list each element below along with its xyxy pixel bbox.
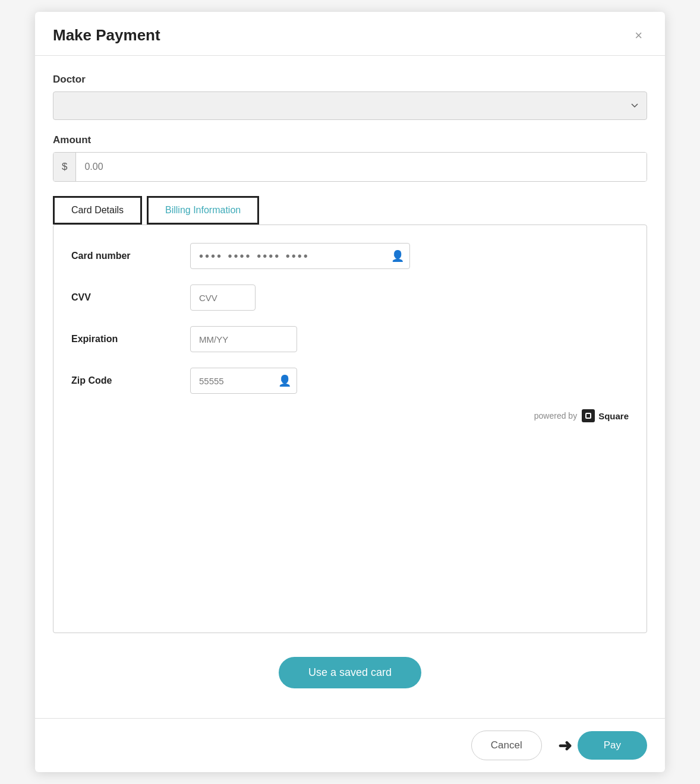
tab-card-details[interactable]: Card Details <box>53 196 142 225</box>
cvv-input[interactable] <box>190 284 256 311</box>
powered-by-text: powered by <box>534 411 577 421</box>
doctor-field-group: Doctor <box>53 74 647 120</box>
square-box-icon <box>582 409 595 422</box>
arrow-icon: ➜ <box>558 736 572 755</box>
amount-input[interactable] <box>76 153 647 181</box>
cvv-row: CVV <box>71 284 629 311</box>
amount-prefix: $ <box>53 153 76 181</box>
square-logo: Square <box>582 409 629 422</box>
card-number-input[interactable] <box>190 243 410 269</box>
cvv-label: CVV <box>71 292 190 303</box>
zip-code-row: Zip Code 👤 <box>71 368 629 394</box>
zip-code-label: Zip Code <box>71 375 190 386</box>
tab-billing-information[interactable]: Billing Information <box>147 196 259 225</box>
pay-button[interactable]: Pay <box>578 731 647 760</box>
zip-lock-icon: 👤 <box>278 374 291 387</box>
cancel-button[interactable]: Cancel <box>471 731 542 760</box>
card-number-wrapper: 👤 <box>190 243 410 269</box>
close-button[interactable]: × <box>630 27 647 45</box>
zip-input-wrapper: 👤 <box>190 368 297 394</box>
card-icon: 👤 <box>391 249 404 263</box>
amount-field-group: Amount $ <box>53 134 647 182</box>
expiration-label: Expiration <box>71 334 190 344</box>
expiration-row: Expiration <box>71 326 629 352</box>
doctor-label: Doctor <box>53 74 647 86</box>
saved-card-section: Use a saved card <box>53 633 647 706</box>
make-payment-modal: Make Payment × Doctor Amount $ Card Deta… <box>35 12 665 772</box>
amount-input-wrapper: $ <box>53 152 647 182</box>
square-inner <box>585 413 591 419</box>
cancel-wrapper: Cancel ➜ <box>471 731 542 760</box>
square-label: Square <box>598 411 629 421</box>
modal-footer: Cancel ➜ Pay <box>35 718 665 772</box>
footer-actions: Cancel ➜ Pay <box>471 731 647 760</box>
doctor-select[interactable] <box>53 91 647 120</box>
card-number-row: Card number 👤 <box>71 243 629 269</box>
tabs-row: Card Details Billing Information <box>53 196 647 225</box>
modal-title: Make Payment <box>53 26 160 45</box>
modal-body: Doctor Amount $ Card Details Billing Inf… <box>35 56 665 718</box>
card-number-label: Card number <box>71 251 190 261</box>
card-details-panel: Card number 👤 CVV Expiration Zip Code 👤 <box>53 225 647 633</box>
amount-label: Amount <box>53 134 647 146</box>
modal-header: Make Payment × <box>35 12 665 56</box>
powered-by-row: powered by Square <box>71 409 629 422</box>
expiration-input[interactable] <box>190 326 297 352</box>
use-saved-card-button[interactable]: Use a saved card <box>279 657 421 688</box>
